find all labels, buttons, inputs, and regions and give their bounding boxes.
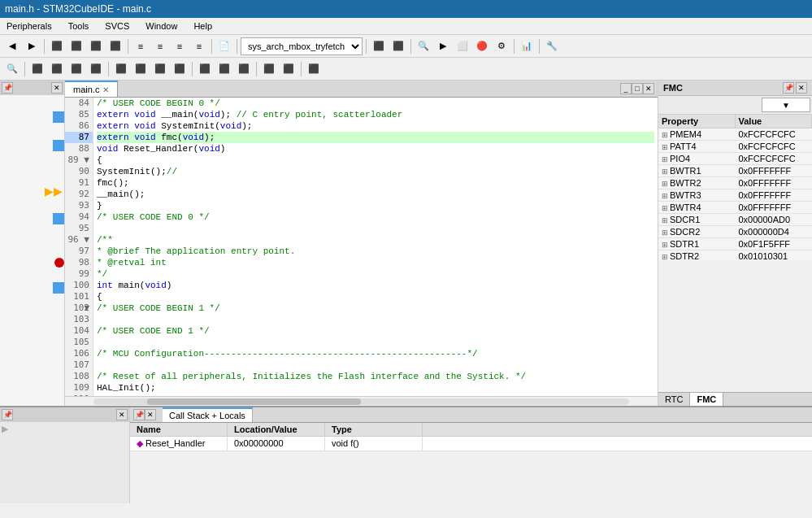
code-line-101: {	[97, 291, 654, 303]
tb-btn12[interactable]: ▶	[434, 37, 452, 55]
tb-btn16[interactable]: 📊	[518, 37, 536, 55]
bottom-tab-callstack[interactable]: Call Stack + Locals	[163, 407, 253, 422]
ln-101: 101 ▼	[65, 291, 93, 303]
bottom-panel-pin[interactable]: 📌	[133, 409, 145, 420]
bottom-left-close[interactable]: ✕	[116, 409, 128, 420]
bottom-left-pin[interactable]: 📌	[2, 409, 13, 420]
menu-help[interactable]: Help	[190, 20, 215, 33]
fmc-cell-patt4-val: 0xFCFCFCFC	[736, 141, 813, 152]
tb2-btn8[interactable]: ⬛	[151, 60, 169, 78]
bottom-panel-close[interactable]: ✕	[145, 409, 156, 420]
tb2-btn4[interactable]: ⬛	[67, 60, 85, 78]
ln-96: 96 ▼	[65, 234, 93, 246]
tb-btn2[interactable]: ⬛	[67, 37, 85, 55]
fmc-row-bwtr1[interactable]: ⊞BWTR1 0x0FFFFFFF	[658, 165, 812, 177]
code-line-107	[97, 359, 654, 371]
fmc-cell-bwtr4-prop: ⊞BWTR4	[658, 202, 736, 213]
tb2-btn13[interactable]: ⬛	[260, 60, 278, 78]
editor-scrollbar[interactable]	[65, 396, 658, 406]
tb2-btn2[interactable]: ⬛	[28, 60, 46, 78]
cs-row-0[interactable]: ◆ Reset_Handler 0x00000000 void f()	[130, 437, 812, 451]
tb-btn13[interactable]: ⬜	[454, 37, 471, 55]
code-line-84: /* USER CODE BEGIN 0 */	[97, 98, 654, 109]
code-content[interactable]: /* USER CODE BEGIN 0 */ extern void __ma…	[93, 98, 658, 396]
code-line-86: extern void SystemInit(void);	[97, 120, 654, 132]
tb2-btn1[interactable]: 🔍	[3, 60, 21, 78]
debug-marker-4	[53, 282, 64, 294]
tab-rtc[interactable]: RTC	[658, 393, 690, 406]
tb2-btn14[interactable]: ⬛	[280, 60, 297, 78]
tb2-btn15[interactable]: ⬛	[305, 60, 323, 78]
fmc-cell-bwtr3-prop: ⊞BWTR3	[658, 189, 736, 201]
forward-button[interactable]: ▶	[23, 37, 41, 55]
main-content: 📌 ✕ ▶▶ main.c ✕ _ □ ✕	[0, 81, 812, 406]
tb2-btn12[interactable]: ⬛	[235, 60, 253, 78]
tb-btn15[interactable]: ⚙	[493, 37, 510, 55]
tb-btn4[interactable]: ⬛	[106, 37, 124, 55]
cs-header: Name Location/Value Type	[130, 423, 812, 437]
fmc-row-bwtr3[interactable]: ⊞BWTR3 0x0FFFFFFF	[658, 189, 812, 202]
tb-btn7[interactable]: ≡	[171, 37, 189, 55]
tb2-btn3[interactable]: ⬛	[48, 60, 66, 78]
tb-btn17[interactable]: 🔧	[543, 37, 561, 55]
ln-95: 95	[65, 223, 93, 234]
editor-close[interactable]: ✕	[643, 83, 654, 94]
tb-btn10[interactable]: ⬛	[370, 37, 388, 55]
tb-btn1[interactable]: ⬛	[48, 37, 66, 55]
tb2-btn11[interactable]: ⬛	[215, 60, 233, 78]
sep8	[539, 39, 540, 54]
ln-89: 89 ▼	[65, 155, 93, 166]
ln-94: 94	[65, 211, 93, 223]
cs-cell-type-0: void f()	[325, 437, 423, 451]
tb-btn11[interactable]: ⬛	[389, 37, 407, 55]
fmc-filter-button[interactable]: ▼	[762, 98, 810, 112]
fmc-table-header: Property Value	[658, 115, 812, 128]
menu-svcs[interactable]: SVCS	[102, 20, 132, 33]
menu-peripherals[interactable]: Peripherals	[3, 20, 55, 33]
fmc-cell-patt4-prop: ⊞PATT4	[658, 141, 736, 152]
code-line-89: {	[97, 155, 654, 166]
scroll-thumb[interactable]	[147, 398, 362, 405]
back-button[interactable]: ◀	[3, 37, 21, 55]
tab-close[interactable]: ✕	[102, 85, 109, 94]
fmc-row-sdtr1[interactable]: ⊞SDTR1 0x0F1F5FFF	[658, 238, 812, 250]
toolbar2: 🔍 ⬛ ⬛ ⬛ ⬛ ⬛ ⬛ ⬛ ⬛ ⬛ ⬛ ⬛ ⬛ ⬛ ⬛	[0, 58, 812, 81]
tb2-btn5[interactable]: ⬛	[87, 60, 105, 78]
fmc-pin-button[interactable]: 📌	[783, 82, 794, 94]
code-line-97: * @brief The application entry point.	[97, 246, 654, 257]
tb-btn5[interactable]: ≡	[132, 37, 150, 55]
fmc-cell-sdcr2-prop: ⊞SDCR2	[658, 226, 736, 237]
fmc-row-pio4[interactable]: ⊞PIO4 0xFCFCFCFC	[658, 153, 812, 165]
fmc-cell-sdcr1-prop: ⊞SDCR1	[658, 214, 736, 225]
left-panel-close[interactable]: ✕	[51, 82, 63, 94]
fmc-cell-sdcr1-val: 0x00000AD0	[736, 214, 813, 225]
tb2-btn7[interactable]: ⬛	[132, 60, 150, 78]
tb-btn3[interactable]: ⬛	[87, 37, 105, 55]
fmc-row-bwtr4[interactable]: ⊞BWTR4 0x0FFFFFFF	[658, 202, 812, 214]
editor-minimize[interactable]: _	[620, 83, 632, 94]
tb-btn9[interactable]: 📄	[215, 37, 233, 55]
tab-fmc[interactable]: FMC	[690, 393, 723, 406]
function-dropdown[interactable]: sys_arch_mbox_tryfetch	[241, 37, 363, 55]
title-bar: main.h - STM32CubeIDE - main.c	[0, 0, 812, 18]
tb2-btn10[interactable]: ⬛	[196, 60, 214, 78]
search-button[interactable]: 🔍	[415, 37, 432, 55]
fmc-row-sdcr2[interactable]: ⊞SDCR2 0x000000D4	[658, 226, 812, 238]
tb-btn8[interactable]: ≡	[190, 37, 208, 55]
tb2-btn6[interactable]: ⬛	[112, 60, 130, 78]
editor-maximize[interactable]: □	[632, 83, 643, 94]
fmc-close-button[interactable]: ✕	[796, 82, 807, 94]
menu-tools[interactable]: Tools	[65, 20, 93, 33]
fmc-row-sdcr1[interactable]: ⊞SDCR1 0x00000AD0	[658, 214, 812, 226]
fmc-row-pmem4[interactable]: ⊞PMEM4 0xFCFCFCFC	[658, 128, 812, 141]
tb-btn6[interactable]: ≡	[151, 37, 169, 55]
tb2-btn9[interactable]: ⬛	[171, 60, 189, 78]
menu-window[interactable]: Window	[142, 20, 180, 33]
fmc-panel: FMC 📌 ✕ ▼ Property Value ⊞PMEM4 0xFCFCFC…	[658, 81, 812, 406]
fmc-row-patt4[interactable]: ⊞PATT4 0xFCFCFCFC	[658, 141, 812, 153]
left-panel-pin[interactable]: 📌	[2, 82, 13, 94]
fmc-row-bwtr2[interactable]: ⊞BWTR2 0x0FFFFFFF	[658, 177, 812, 189]
tb-btn14[interactable]: 🔴	[473, 37, 491, 55]
fmc-row-sdtr2[interactable]: ⊞SDTR2 0x01010301	[658, 250, 812, 260]
tab-main-c[interactable]: main.c ✕	[65, 81, 118, 97]
